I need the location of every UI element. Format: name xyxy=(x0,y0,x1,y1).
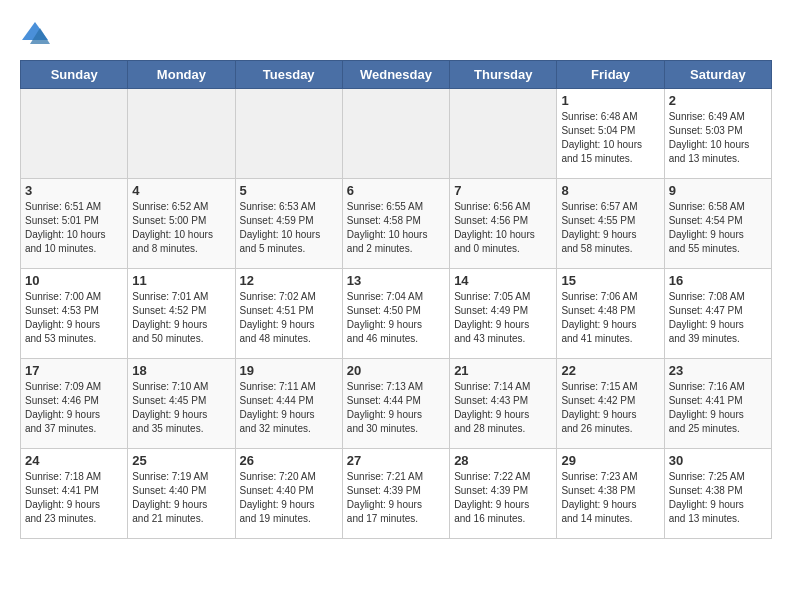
day-number: 11 xyxy=(132,273,230,288)
week-row-5: 24Sunrise: 7:18 AMSunset: 4:41 PMDayligh… xyxy=(21,449,772,539)
calendar-cell: 12Sunrise: 7:02 AMSunset: 4:51 PMDayligh… xyxy=(235,269,342,359)
calendar-cell: 4Sunrise: 6:52 AMSunset: 5:00 PMDaylight… xyxy=(128,179,235,269)
calendar-cell xyxy=(342,89,449,179)
day-info: Sunrise: 7:06 AMSunset: 4:48 PMDaylight:… xyxy=(561,290,659,346)
day-number: 10 xyxy=(25,273,123,288)
calendar-cell: 24Sunrise: 7:18 AMSunset: 4:41 PMDayligh… xyxy=(21,449,128,539)
calendar-cell: 11Sunrise: 7:01 AMSunset: 4:52 PMDayligh… xyxy=(128,269,235,359)
calendar-cell: 26Sunrise: 7:20 AMSunset: 4:40 PMDayligh… xyxy=(235,449,342,539)
day-number: 26 xyxy=(240,453,338,468)
day-number: 14 xyxy=(454,273,552,288)
day-number: 21 xyxy=(454,363,552,378)
calendar-cell: 9Sunrise: 6:58 AMSunset: 4:54 PMDaylight… xyxy=(664,179,771,269)
calendar-cell: 7Sunrise: 6:56 AMSunset: 4:56 PMDaylight… xyxy=(450,179,557,269)
day-number: 24 xyxy=(25,453,123,468)
day-number: 22 xyxy=(561,363,659,378)
day-info: Sunrise: 7:05 AMSunset: 4:49 PMDaylight:… xyxy=(454,290,552,346)
weekday-header-wednesday: Wednesday xyxy=(342,61,449,89)
day-info: Sunrise: 6:58 AMSunset: 4:54 PMDaylight:… xyxy=(669,200,767,256)
calendar-cell: 6Sunrise: 6:55 AMSunset: 4:58 PMDaylight… xyxy=(342,179,449,269)
day-number: 1 xyxy=(561,93,659,108)
day-info: Sunrise: 6:53 AMSunset: 4:59 PMDaylight:… xyxy=(240,200,338,256)
day-info: Sunrise: 7:22 AMSunset: 4:39 PMDaylight:… xyxy=(454,470,552,526)
week-row-4: 17Sunrise: 7:09 AMSunset: 4:46 PMDayligh… xyxy=(21,359,772,449)
day-number: 12 xyxy=(240,273,338,288)
day-info: Sunrise: 7:08 AMSunset: 4:47 PMDaylight:… xyxy=(669,290,767,346)
weekday-header-monday: Monday xyxy=(128,61,235,89)
calendar-cell: 8Sunrise: 6:57 AMSunset: 4:55 PMDaylight… xyxy=(557,179,664,269)
page-header xyxy=(20,20,772,50)
calendar-cell: 22Sunrise: 7:15 AMSunset: 4:42 PMDayligh… xyxy=(557,359,664,449)
day-info: Sunrise: 7:19 AMSunset: 4:40 PMDaylight:… xyxy=(132,470,230,526)
day-number: 9 xyxy=(669,183,767,198)
day-info: Sunrise: 7:14 AMSunset: 4:43 PMDaylight:… xyxy=(454,380,552,436)
calendar-cell: 17Sunrise: 7:09 AMSunset: 4:46 PMDayligh… xyxy=(21,359,128,449)
day-info: Sunrise: 6:51 AMSunset: 5:01 PMDaylight:… xyxy=(25,200,123,256)
day-number: 29 xyxy=(561,453,659,468)
weekday-header-row: SundayMondayTuesdayWednesdayThursdayFrid… xyxy=(21,61,772,89)
day-number: 27 xyxy=(347,453,445,468)
calendar-cell xyxy=(21,89,128,179)
day-info: Sunrise: 7:13 AMSunset: 4:44 PMDaylight:… xyxy=(347,380,445,436)
calendar-cell: 25Sunrise: 7:19 AMSunset: 4:40 PMDayligh… xyxy=(128,449,235,539)
week-row-1: 1Sunrise: 6:48 AMSunset: 5:04 PMDaylight… xyxy=(21,89,772,179)
calendar-cell: 5Sunrise: 6:53 AMSunset: 4:59 PMDaylight… xyxy=(235,179,342,269)
weekday-header-friday: Friday xyxy=(557,61,664,89)
day-info: Sunrise: 7:09 AMSunset: 4:46 PMDaylight:… xyxy=(25,380,123,436)
calendar-cell: 10Sunrise: 7:00 AMSunset: 4:53 PMDayligh… xyxy=(21,269,128,359)
calendar-cell: 1Sunrise: 6:48 AMSunset: 5:04 PMDaylight… xyxy=(557,89,664,179)
day-info: Sunrise: 6:56 AMSunset: 4:56 PMDaylight:… xyxy=(454,200,552,256)
calendar-cell: 21Sunrise: 7:14 AMSunset: 4:43 PMDayligh… xyxy=(450,359,557,449)
day-info: Sunrise: 7:25 AMSunset: 4:38 PMDaylight:… xyxy=(669,470,767,526)
week-row-2: 3Sunrise: 6:51 AMSunset: 5:01 PMDaylight… xyxy=(21,179,772,269)
day-info: Sunrise: 7:20 AMSunset: 4:40 PMDaylight:… xyxy=(240,470,338,526)
day-number: 6 xyxy=(347,183,445,198)
calendar-cell: 3Sunrise: 6:51 AMSunset: 5:01 PMDaylight… xyxy=(21,179,128,269)
calendar-cell xyxy=(450,89,557,179)
calendar-cell: 18Sunrise: 7:10 AMSunset: 4:45 PMDayligh… xyxy=(128,359,235,449)
day-info: Sunrise: 7:23 AMSunset: 4:38 PMDaylight:… xyxy=(561,470,659,526)
calendar-cell: 23Sunrise: 7:16 AMSunset: 4:41 PMDayligh… xyxy=(664,359,771,449)
day-info: Sunrise: 6:48 AMSunset: 5:04 PMDaylight:… xyxy=(561,110,659,166)
day-info: Sunrise: 7:18 AMSunset: 4:41 PMDaylight:… xyxy=(25,470,123,526)
day-info: Sunrise: 6:52 AMSunset: 5:00 PMDaylight:… xyxy=(132,200,230,256)
calendar-cell: 14Sunrise: 7:05 AMSunset: 4:49 PMDayligh… xyxy=(450,269,557,359)
logo xyxy=(20,20,54,50)
day-number: 8 xyxy=(561,183,659,198)
weekday-header-tuesday: Tuesday xyxy=(235,61,342,89)
day-info: Sunrise: 7:10 AMSunset: 4:45 PMDaylight:… xyxy=(132,380,230,436)
calendar-cell: 30Sunrise: 7:25 AMSunset: 4:38 PMDayligh… xyxy=(664,449,771,539)
day-info: Sunrise: 6:49 AMSunset: 5:03 PMDaylight:… xyxy=(669,110,767,166)
day-number: 16 xyxy=(669,273,767,288)
day-info: Sunrise: 7:04 AMSunset: 4:50 PMDaylight:… xyxy=(347,290,445,346)
day-number: 5 xyxy=(240,183,338,198)
calendar-cell: 20Sunrise: 7:13 AMSunset: 4:44 PMDayligh… xyxy=(342,359,449,449)
day-number: 20 xyxy=(347,363,445,378)
calendar-cell: 16Sunrise: 7:08 AMSunset: 4:47 PMDayligh… xyxy=(664,269,771,359)
day-number: 7 xyxy=(454,183,552,198)
calendar-cell: 29Sunrise: 7:23 AMSunset: 4:38 PMDayligh… xyxy=(557,449,664,539)
calendar-cell xyxy=(235,89,342,179)
day-info: Sunrise: 7:21 AMSunset: 4:39 PMDaylight:… xyxy=(347,470,445,526)
day-info: Sunrise: 7:01 AMSunset: 4:52 PMDaylight:… xyxy=(132,290,230,346)
day-info: Sunrise: 7:16 AMSunset: 4:41 PMDaylight:… xyxy=(669,380,767,436)
day-number: 3 xyxy=(25,183,123,198)
day-number: 19 xyxy=(240,363,338,378)
day-number: 13 xyxy=(347,273,445,288)
day-number: 25 xyxy=(132,453,230,468)
day-info: Sunrise: 7:15 AMSunset: 4:42 PMDaylight:… xyxy=(561,380,659,436)
day-info: Sunrise: 7:11 AMSunset: 4:44 PMDaylight:… xyxy=(240,380,338,436)
day-number: 18 xyxy=(132,363,230,378)
day-number: 30 xyxy=(669,453,767,468)
calendar-table: SundayMondayTuesdayWednesdayThursdayFrid… xyxy=(20,60,772,539)
weekday-header-saturday: Saturday xyxy=(664,61,771,89)
weekday-header-sunday: Sunday xyxy=(21,61,128,89)
day-number: 15 xyxy=(561,273,659,288)
logo-icon xyxy=(20,20,50,50)
day-info: Sunrise: 6:57 AMSunset: 4:55 PMDaylight:… xyxy=(561,200,659,256)
day-number: 23 xyxy=(669,363,767,378)
week-row-3: 10Sunrise: 7:00 AMSunset: 4:53 PMDayligh… xyxy=(21,269,772,359)
calendar-cell: 15Sunrise: 7:06 AMSunset: 4:48 PMDayligh… xyxy=(557,269,664,359)
calendar-cell: 19Sunrise: 7:11 AMSunset: 4:44 PMDayligh… xyxy=(235,359,342,449)
calendar-cell: 28Sunrise: 7:22 AMSunset: 4:39 PMDayligh… xyxy=(450,449,557,539)
